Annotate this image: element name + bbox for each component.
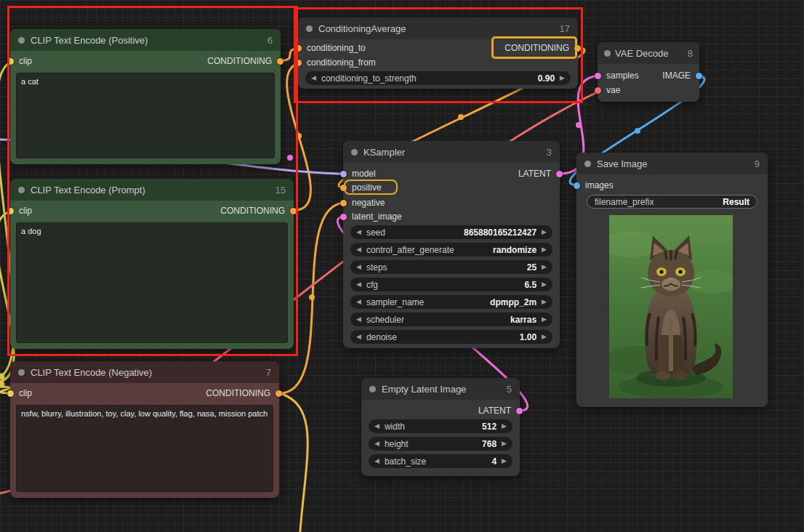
prompt-textarea[interactable]: a cat [16, 73, 275, 158]
stepper-right-icon[interactable]: ▶ [542, 264, 547, 270]
slot-dot-conditioning[interactable] [574, 45, 581, 52]
slot-dot-clip[interactable] [7, 58, 14, 65]
stepper-left-icon[interactable]: ◀ [356, 299, 361, 305]
slot-dot-conditioning[interactable] [295, 45, 302, 52]
stepper-left-icon[interactable]: ◀ [356, 316, 361, 323]
input-slot-clip[interactable]: clip [7, 388, 32, 398]
node-clip-text-encode-prompt[interactable]: CLIP Text Encode (Prompt) 15 clip CONDIT… [10, 179, 294, 349]
widget-height[interactable]: ◀ height 768 ▶ [369, 437, 512, 451]
widget-control-after-generate[interactable]: ◀ control_after_generate randomize ▶ [350, 243, 552, 257]
stepper-left-icon[interactable]: ◀ [311, 75, 316, 81]
node-collapse-dot[interactable] [18, 37, 25, 44]
node-collapse-dot[interactable] [584, 161, 591, 167]
stepper-right-icon[interactable]: ▶ [542, 299, 547, 305]
slot-dot-image[interactable] [696, 73, 702, 79]
node-clip-text-encode-negative[interactable]: CLIP Text Encode (Negative) 7 clip CONDI… [10, 361, 279, 498]
widget-filename-prefix[interactable]: filename_prefix Result [587, 195, 757, 209]
stepper-left-icon[interactable]: ◀ [374, 440, 379, 447]
node-title-bar[interactable]: CLIP Text Encode (Positive) 6 [10, 29, 281, 51]
stepper-right-icon[interactable]: ▶ [502, 423, 507, 430]
stepper-left-icon[interactable]: ◀ [356, 246, 361, 253]
stepper-left-icon[interactable]: ◀ [356, 229, 361, 235]
node-empty-latent-image[interactable]: Empty Latent Image 5 LATENT ◀ width 512 … [361, 378, 520, 476]
input-slot-conditioning-to[interactable]: conditioning_to [295, 43, 366, 53]
slot-dot-conditioning[interactable] [340, 200, 347, 206]
input-slot-clip[interactable]: clip [7, 56, 32, 66]
node-collapse-dot[interactable] [18, 369, 25, 376]
slot-dot-clip[interactable] [7, 208, 14, 214]
slot-dot-conditioning[interactable] [340, 185, 347, 191]
slot-dot-conditioning[interactable] [276, 390, 282, 397]
slot-dot-conditioning[interactable] [290, 208, 297, 214]
node-title-bar[interactable]: CLIP Text Encode (Negative) 7 [10, 361, 279, 383]
stepper-left-icon[interactable]: ◀ [356, 281, 361, 288]
prompt-textarea[interactable]: a dog [16, 222, 288, 343]
node-title-bar[interactable]: CLIP Text Encode (Prompt) 15 [10, 179, 294, 201]
stepper-left-icon[interactable]: ◀ [356, 334, 361, 340]
input-slot-model[interactable]: model [340, 169, 376, 179]
widget-conditioning-to-strength[interactable]: ◀ conditioning_to_strength 0.90 ▶ [305, 71, 571, 85]
input-slot-clip[interactable]: clip [7, 206, 32, 216]
widget-steps[interactable]: ◀ steps 25 ▶ [350, 260, 552, 274]
input-slot-samples[interactable]: samples [595, 70, 639, 81]
node-save-image[interactable]: Save Image 9 images filename_prefix Resu… [576, 153, 768, 407]
stepper-right-icon[interactable]: ▶ [542, 246, 547, 253]
node-collapse-dot[interactable] [351, 149, 358, 156]
node-clip-text-encode-positive[interactable]: CLIP Text Encode (Positive) 6 clip CONDI… [10, 29, 281, 164]
stepper-right-icon[interactable]: ▶ [542, 229, 547, 235]
input-slot-conditioning-from[interactable]: conditioning_from [295, 57, 376, 68]
slot-dot-vae[interactable] [595, 87, 601, 94]
node-collapse-dot[interactable] [306, 25, 313, 32]
input-slot-negative[interactable]: negative [340, 198, 385, 208]
widget-batch-size[interactable]: ◀ batch_size 4 ▶ [369, 454, 512, 468]
stepper-left-icon[interactable]: ◀ [356, 264, 361, 270]
stepper-right-icon[interactable]: ▶ [502, 458, 507, 464]
slot-dot-clip[interactable] [7, 390, 14, 397]
stepper-left-icon[interactable]: ◀ [374, 423, 379, 430]
input-slot-vae[interactable]: vae [595, 85, 620, 95]
output-slot-latent[interactable]: LATENT [518, 169, 563, 179]
input-slot-positive[interactable]: positive [340, 182, 382, 193]
stepper-right-icon[interactable]: ▶ [560, 75, 565, 81]
stepper-right-icon[interactable]: ▶ [542, 316, 547, 323]
output-slot-image[interactable]: IMAGE [662, 70, 702, 81]
output-slot-conditioning[interactable]: CONDITIONING [207, 56, 284, 66]
slot-dot-latent[interactable] [556, 171, 563, 177]
prompt-textarea[interactable]: nsfw, blurry, illustration, toy, clay, l… [16, 405, 273, 492]
widget-width[interactable]: ◀ width 512 ▶ [369, 419, 512, 433]
node-ksampler[interactable]: KSampler 3 model positive negative laten… [343, 141, 560, 348]
node-conditioning-average[interactable]: ConditioningAverage 17 conditioning_to c… [298, 17, 578, 89]
widget-cfg[interactable]: ◀ cfg 6.5 ▶ [350, 278, 552, 291]
widget-denoise[interactable]: ◀ denoise 1.00 ▶ [350, 330, 552, 344]
node-title-bar[interactable]: Save Image 9 [576, 153, 768, 174]
slot-dot-model[interactable] [340, 171, 347, 177]
slot-dot-latent[interactable] [595, 73, 601, 79]
slot-dot-image[interactable] [574, 182, 580, 189]
widget-seed[interactable]: ◀ seed 865880165212427 ▶ [350, 225, 552, 239]
node-graph-canvas[interactable]: CLIP Text Encode (Positive) 6 clip CONDI… [0, 0, 804, 532]
node-collapse-dot[interactable] [369, 386, 376, 392]
node-title-bar[interactable]: ConditioningAverage 17 [298, 17, 578, 39]
widget-scheduler[interactable]: ◀ scheduler karras ▶ [350, 313, 552, 326]
node-collapse-dot[interactable] [18, 187, 25, 193]
slot-dot-latent[interactable] [340, 214, 347, 220]
stepper-left-icon[interactable]: ◀ [374, 458, 379, 464]
widget-sampler-name[interactable]: ◀ sampler_name dpmpp_2m ▶ [350, 295, 552, 309]
stepper-right-icon[interactable]: ▶ [502, 440, 507, 447]
input-slot-images[interactable]: images [574, 180, 614, 190]
stepper-right-icon[interactable]: ▶ [542, 281, 547, 288]
slot-dot-conditioning[interactable] [277, 58, 284, 65]
output-slot-latent[interactable]: LATENT [478, 406, 523, 416]
node-title-bar[interactable]: KSampler 3 [343, 141, 560, 163]
output-slot-conditioning[interactable]: CONDITIONING [206, 388, 282, 398]
stepper-right-icon[interactable]: ▶ [542, 334, 547, 340]
slot-dot-conditioning[interactable] [295, 60, 302, 66]
node-collapse-dot[interactable] [604, 50, 611, 57]
node-vae-decode[interactable]: VAE Decode 8 samples vae IMAGE [598, 42, 699, 102]
output-slot-conditioning[interactable]: CONDITIONING [220, 206, 297, 216]
input-slot-latent-image[interactable]: latent_image [340, 211, 402, 222]
output-slot-conditioning[interactable]: CONDITIONING [504, 43, 581, 53]
node-title-bar[interactable]: VAE Decode 8 [598, 42, 699, 64]
slot-dot-latent[interactable] [516, 408, 523, 414]
node-title-bar[interactable]: Empty Latent Image 5 [361, 378, 520, 400]
